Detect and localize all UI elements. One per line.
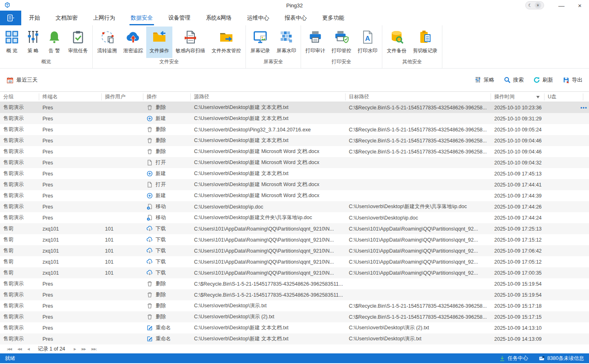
tab-7[interactable]: 报表中心 bbox=[277, 11, 315, 25]
sliders-small-icon bbox=[475, 77, 481, 83]
table-row[interactable]: 售前演示Pres删除C:\Users\overb\Desktop\新建 文本文档… bbox=[0, 102, 589, 113]
table-row[interactable]: 售前演示Pres新建C:\Users\overb\Desktop\新建 文本文档… bbox=[0, 168, 589, 179]
refresh-button[interactable]: 刷新 bbox=[533, 76, 553, 84]
column-header-0[interactable]: 分组 bbox=[0, 93, 39, 100]
svg-text:A: A bbox=[365, 35, 370, 42]
group-cell: 售前 bbox=[0, 258, 39, 265]
moon-icon[interactable]: ☾ bbox=[528, 3, 532, 8]
last-page-button[interactable]: ▶▶| bbox=[89, 347, 99, 351]
src-cell: C:\Users\101\AppData\Roaming\QQ\Partitio… bbox=[191, 270, 346, 276]
time-cell: 2025-10-09 15:19:54 bbox=[491, 292, 544, 298]
ribbon-button-clipboard-doc[interactable]: 剪切板记录 bbox=[410, 27, 441, 58]
unread-messages-button[interactable]: 8380条未读信息 bbox=[539, 355, 584, 362]
terminal-cell: Pres bbox=[39, 182, 102, 188]
ribbon-button-label: 泄密追踪 bbox=[123, 47, 143, 54]
search-button[interactable]: 搜索 bbox=[504, 76, 524, 84]
ribbon-button-monitor-record[interactable]: 屏幕记录 bbox=[247, 27, 273, 58]
table-row[interactable]: 售前演示Pres删除C:\Users\overb\Desktop\新建 文本文档… bbox=[0, 135, 589, 146]
ribbon-group-2: 屏幕记录屏幕水印屏幕安全 bbox=[246, 25, 301, 68]
first-page-button[interactable]: |◀◀ bbox=[4, 347, 14, 351]
table-row[interactable]: 售前演示Pres新建C:\Users\overb\Desktop\新建 Micr… bbox=[0, 190, 589, 201]
table-row[interactable]: 售前zxq101101下载C:\Users\101\AppData\Roamin… bbox=[0, 267, 589, 278]
ribbon-button-trace[interactable]: 流转追溯 bbox=[94, 27, 120, 58]
tab-2[interactable]: 上网行为 bbox=[85, 11, 123, 25]
terminal-cell: zxq101 bbox=[39, 226, 102, 232]
table-row[interactable]: 售前演示Pres移动C:\Users\overb\Desktop\新建文件夹\共… bbox=[0, 212, 589, 223]
ribbon-button-printer-shield[interactable]: 打印管控 bbox=[328, 27, 355, 58]
ribbon-button-label: 流转追溯 bbox=[97, 47, 117, 54]
ribbon-button-cloud-up[interactable]: 泄密追踪 bbox=[120, 27, 146, 58]
column-header-5[interactable]: 目标路径 bbox=[346, 93, 491, 100]
export-button[interactable]: 导出 bbox=[563, 76, 582, 84]
ribbon-button-database-search[interactable]: 文件备份 bbox=[384, 27, 410, 58]
app-logo-icon bbox=[4, 2, 11, 9]
terminal-cell: Pres bbox=[39, 105, 102, 111]
tab-0[interactable]: 开始 bbox=[21, 11, 48, 25]
ribbon-button-sliders[interactable]: 策 略 bbox=[22, 27, 44, 58]
tab-5[interactable]: 系统&网络 bbox=[198, 11, 239, 25]
column-header-label: 操作用户 bbox=[105, 94, 125, 100]
ribbon-button-printer[interactable]: 打印审计 bbox=[302, 27, 328, 58]
table-row[interactable]: 售前演示Pres打开C:\Users\overb\Desktop\新建 Micr… bbox=[0, 179, 589, 190]
time-cell: 2025-10-09 17:44:41 bbox=[491, 182, 544, 188]
sun-icon[interactable]: ☀ bbox=[535, 2, 541, 9]
user-cell: 101 bbox=[102, 259, 143, 265]
sliders-small-button[interactable]: 策略 bbox=[475, 76, 494, 84]
prev-page-button[interactable]: ◀ bbox=[25, 347, 32, 351]
ribbon-button-overview-grid[interactable]: 概 览 bbox=[1, 27, 22, 58]
table-row[interactable]: 售前演示Pres新建C:\Users\overb\Desktop\新建 文本文档… bbox=[0, 113, 589, 124]
terminal-cell: zxq101 bbox=[39, 259, 102, 265]
theme-toggle[interactable]: ☾ ☀ bbox=[525, 1, 544, 9]
column-header-1[interactable]: 终端名 bbox=[39, 93, 102, 100]
cloud-down-icon bbox=[147, 270, 153, 276]
column-header-7[interactable]: U盘 bbox=[544, 93, 583, 100]
table-row[interactable]: 售前演示Pres打开C:\Users\overb\Desktop\新建 Micr… bbox=[0, 157, 589, 168]
table-row[interactable]: 售前演示Pres删除C:\$Recycle.Bin\S-1-5-21-15451… bbox=[0, 278, 589, 289]
src-cell: C:\Users\101\AppData\Roaming\QQ\Partitio… bbox=[191, 248, 346, 254]
tab-3[interactable]: 数据安全 bbox=[123, 11, 161, 25]
tab-8[interactable]: 更多功能 bbox=[315, 11, 352, 25]
ribbon-button-mosaic[interactable]: 屏幕水印 bbox=[273, 27, 299, 58]
fast-prev-page-button[interactable]: ◀◀ bbox=[14, 347, 24, 351]
window-title: Ping32 bbox=[286, 2, 303, 9]
main-menu-button[interactable] bbox=[0, 11, 21, 25]
ribbon-button-folder-return[interactable]: 文件操作 bbox=[146, 27, 172, 58]
time-cell: 2025-10-09 15:17:15 bbox=[491, 314, 544, 320]
ribbon-button-folder-out[interactable]: 文件外发管控 bbox=[208, 27, 244, 58]
src-cell: C:\Users\overb\Desktop\新建 文本文档.txt bbox=[191, 335, 346, 342]
column-header-3[interactable]: 操作 bbox=[143, 93, 191, 100]
ribbon-button-doc-a[interactable]: A打印水印 bbox=[355, 27, 381, 58]
operation-cell: 删除 bbox=[143, 137, 191, 144]
tab-6[interactable]: 运维中心 bbox=[239, 11, 277, 25]
column-header-2[interactable]: 操作用户 bbox=[102, 93, 143, 100]
table-row[interactable]: 售前演示Pres删除C:\Users\overb\Desktop\演示.txtC… bbox=[0, 300, 589, 311]
table-row[interactable]: 售前zxq101101下载C:\Users\101\AppData\Roamin… bbox=[0, 245, 589, 256]
ribbon-button-doc-scan[interactable]: 敏感内容扫描 bbox=[172, 27, 208, 58]
column-header-4[interactable]: 源路径 bbox=[191, 93, 346, 100]
close-button[interactable]: × bbox=[571, 0, 589, 11]
table-row[interactable]: 售前演示Pres删除C:\Users\overb\Desktop\Ping32_… bbox=[0, 124, 589, 135]
table-row[interactable]: 售前演示Pres重命名C:\Users\overb\Desktop\新建 文本文… bbox=[0, 322, 589, 333]
minimize-button[interactable]: — bbox=[552, 0, 571, 11]
table-row[interactable]: 售前zxq101101下载C:\Users\101\AppData\Roamin… bbox=[0, 234, 589, 245]
time-cell: 2025-10-09 17:44:39 bbox=[491, 193, 544, 199]
task-center-button[interactable]: 任务中心 bbox=[499, 355, 528, 362]
next-page-button[interactable]: ▶ bbox=[71, 347, 79, 351]
ribbon-button-bell[interactable]: 告 警 bbox=[44, 27, 65, 58]
plus-circle-icon bbox=[147, 171, 153, 177]
ribbon-button-clipboard-check[interactable]: 审批任务 bbox=[65, 27, 91, 58]
fast-next-page-button[interactable]: ▶▶ bbox=[79, 347, 89, 351]
table-row[interactable]: 售前演示Pres删除C:\Users\overb\Desktop\新建 Micr… bbox=[0, 146, 589, 157]
tab-4[interactable]: 设备管理 bbox=[161, 11, 198, 25]
table-row[interactable]: 售前zxq101101下载C:\Users\101\AppData\Roamin… bbox=[0, 223, 589, 234]
table-row[interactable]: 售前演示Pres删除C:\Users\overb\Desktop\演示 (2).… bbox=[0, 311, 589, 322]
tab-1[interactable]: 文档加密 bbox=[48, 11, 85, 25]
table-row[interactable]: 售前演示Pres删除C:\$Recycle.Bin\S-1-5-21-15451… bbox=[0, 289, 589, 300]
table-row[interactable]: 售前zxq101101下载C:\Users\101\AppData\Roamin… bbox=[0, 256, 589, 267]
src-cell: C:\Users\overb\Desktop\Ping32_3.7.104.20… bbox=[191, 127, 346, 133]
table-row[interactable]: 售前演示Pres移动C:\Users\overb\Desktop\ip.docC… bbox=[0, 201, 589, 212]
table-row[interactable]: 售前演示Pres重命名C:\Users\overb\Desktop\新建 文本文… bbox=[0, 333, 589, 344]
operation-cell: 移动 bbox=[143, 203, 191, 210]
column-header-6[interactable]: 操作时间 bbox=[491, 93, 544, 100]
date-range-filter[interactable]: 23 最近三天 bbox=[7, 76, 38, 84]
